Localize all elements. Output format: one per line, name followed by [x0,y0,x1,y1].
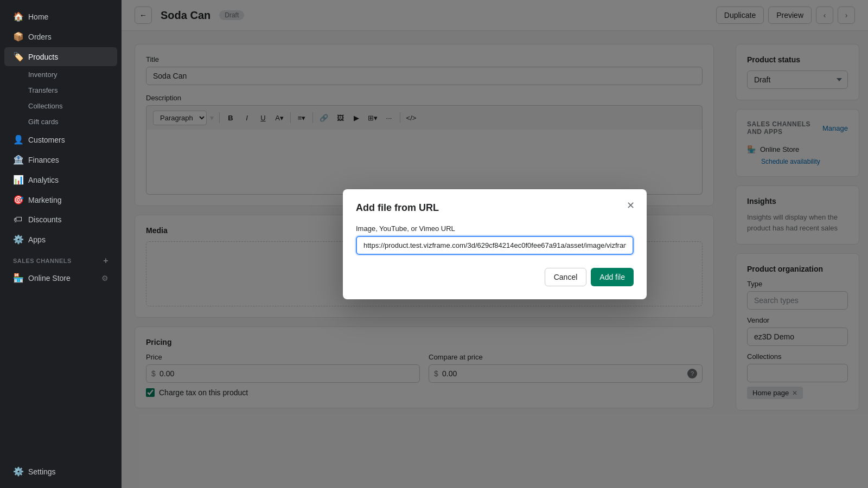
sidebar-sub-item-inventory[interactable]: Inventory [4,67,117,82]
discounts-icon: 🏷 [13,215,23,224]
sidebar-label-orders: Orders [28,33,52,41]
modal-url-label: Image, YouTube, or Vimeo URL [356,224,634,233]
content-area: Title Description Paragraph ▾ B I U A▾ ≡… [122,31,868,488]
sidebar-item-orders[interactable]: 📦 Orders [4,27,117,46]
sidebar-sub-label-transfers: Transfers [28,86,58,94]
apps-icon: ⚙️ [13,234,23,245]
sidebar-label-customers: Customers [28,136,65,144]
sidebar-item-online-store[interactable]: 🏪 Online Store ⚙ [4,268,117,287]
sidebar-sub-label-collections: Collections [28,102,63,110]
sidebar-label-analytics: Analytics [28,176,59,184]
main-area: ← Soda Can Draft Duplicate Preview ‹ › T… [122,0,868,488]
sidebar-item-products[interactable]: 🏷️ Products [4,47,117,66]
online-store-settings-icon: ⚙ [101,274,108,282]
sidebar-label-marketing: Marketing [28,196,61,204]
online-store-icon: 🏪 [13,273,23,283]
sidebar-label-products: Products [28,53,58,61]
sidebar-item-home[interactable]: 🏠 Home [4,7,117,26]
orders-icon: 📦 [13,31,23,42]
sidebar-sub-label-gift-cards: Gift cards [28,118,59,126]
add-file-modal: Add file from URL ✕ Image, YouTube, or V… [343,189,647,299]
sidebar-item-apps[interactable]: ⚙️ Apps [4,230,117,249]
sidebar-sub-item-gift-cards[interactable]: Gift cards [4,114,117,129]
cancel-button[interactable]: Cancel [545,268,587,286]
sidebar-label-online-store: Online Store [28,274,71,282]
sales-channels-section: Sales channels + [4,249,117,268]
sidebar-sub-item-transfers[interactable]: Transfers [4,83,117,98]
sidebar-sub-item-collections[interactable]: Collections [4,99,117,113]
settings-icon: ⚙️ [13,466,23,477]
sales-channels-label: Sales channels [13,258,72,264]
analytics-icon: 📊 [13,175,23,185]
sidebar-item-discounts[interactable]: 🏷 Discounts [4,210,117,229]
sidebar-label-discounts: Discounts [28,215,61,224]
modal-close-button[interactable]: ✕ [623,198,638,213]
sidebar-label-home: Home [28,12,48,21]
modal-overlay[interactable]: Add file from URL ✕ Image, YouTube, or V… [122,31,868,488]
sidebar-item-customers[interactable]: 👤 Customers [4,130,117,149]
modal-title: Add file from URL [356,202,634,214]
sidebar: 🏠 Home 📦 Orders 🏷️ Products Inventory Tr… [0,0,122,488]
sidebar-item-marketing[interactable]: 🎯 Marketing [4,190,117,209]
sidebar-label-finances: Finances [28,156,59,164]
finances-icon: 🏦 [13,155,23,165]
customers-icon: 👤 [13,134,23,145]
products-icon: 🏷️ [13,52,23,62]
add-sales-channel-icon[interactable]: + [103,256,108,266]
modal-footer: Cancel Add file [356,268,634,286]
add-file-button[interactable]: Add file [591,268,634,286]
sidebar-item-analytics[interactable]: 📊 Analytics [4,170,117,189]
marketing-icon: 🎯 [13,195,23,205]
sidebar-label-apps: Apps [28,235,46,244]
home-icon: 🏠 [13,11,23,22]
modal-url-input[interactable] [356,236,634,255]
sidebar-item-finances[interactable]: 🏦 Finances [4,150,117,169]
sidebar-item-settings[interactable]: ⚙️ Settings [4,462,117,481]
sidebar-label-settings: Settings [28,467,56,476]
sidebar-sub-label-inventory: Inventory [28,70,57,79]
